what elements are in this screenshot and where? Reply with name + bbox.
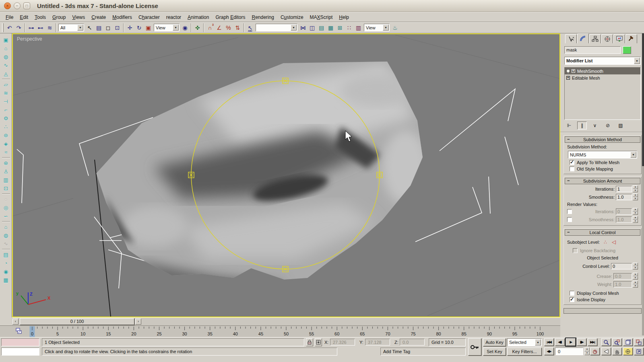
analyze-world-icon[interactable]: ◔ <box>2 259 10 267</box>
tab-hierarchy[interactable] <box>589 34 601 43</box>
modifier-enable-bulb-icon[interactable] <box>566 69 570 73</box>
previous-frame-button[interactable]: ◀▮ <box>555 338 565 346</box>
keyboard-shortcut-override-toggle[interactable]: ↖ABC <box>246 23 255 32</box>
apply-softbody-modifier-icon[interactable]: ◍ <box>2 231 10 240</box>
curve-editor-button[interactable]: ▦ <box>326 23 335 32</box>
select-object-button[interactable]: ↖ <box>85 23 94 32</box>
unlink-selection-button[interactable]: ⊷ <box>36 23 45 32</box>
menu-reactor[interactable]: reactor <box>163 13 184 21</box>
menu-rendering[interactable]: Rendering <box>248 13 277 21</box>
reactor-wheel-icon[interactable]: ◎ <box>2 204 10 212</box>
reactor-hinge-icon[interactable]: ⌐ <box>2 106 10 114</box>
tab-display[interactable] <box>613 34 625 43</box>
x-coord-field[interactable]: 27.326 <box>330 339 355 346</box>
menu-group[interactable]: Group <box>49 13 69 21</box>
zoom-button[interactable] <box>601 338 611 346</box>
reactor-storage-icon[interactable]: ▥ <box>2 176 10 184</box>
soft-body-collection-icon[interactable]: ◍ <box>2 53 10 61</box>
maximize-button[interactable]: □ <box>23 2 30 9</box>
reference-coordinate-dropdown[interactable]: View▼ <box>154 24 180 31</box>
iterations-spinner[interactable]: ▲▼ <box>633 185 638 192</box>
play-button[interactable]: ▶ <box>566 338 576 346</box>
go-to-start-button[interactable]: |◀◀ <box>544 338 554 346</box>
subobject-edge-icon[interactable]: ◁ <box>612 239 616 245</box>
arc-rotate-button[interactable] <box>623 348 633 355</box>
add-time-tag-field[interactable]: Add Time Tag <box>380 348 466 356</box>
crease-field[interactable]: 0.0 <box>613 273 632 280</box>
render-smoothness-spinner[interactable]: ▲▼ <box>633 216 638 223</box>
z-coord-field[interactable]: 0.0 <box>400 339 425 346</box>
percent-snap-toggle[interactable]: % <box>224 23 233 32</box>
reactor-rope-tool-icon[interactable]: ∽ <box>2 212 10 220</box>
reactor-fracture-icon[interactable]: ◈ <box>2 140 10 148</box>
time-configuration-button[interactable]: ◷ <box>590 348 600 355</box>
menu-file[interactable]: File <box>2 13 17 21</box>
min-max-toggle-button[interactable] <box>634 348 644 355</box>
key-filters-button[interactable]: Key Filters... <box>507 348 542 356</box>
menu-maxscript[interactable]: MAXScript <box>307 13 336 21</box>
redo-button[interactable]: ↷ <box>14 23 23 32</box>
material-editor-button[interactable]: ∷ <box>345 23 354 32</box>
command-panel-scrollbar[interactable] <box>642 33 644 335</box>
schematic-view-button[interactable]: ⊞ <box>335 23 345 32</box>
y-coord-field[interactable]: 37.128 <box>365 339 390 346</box>
tab-motion[interactable] <box>601 34 613 43</box>
object-name-field[interactable]: mask <box>564 46 621 54</box>
time-slider-prev-arrow[interactable]: ‹ <box>12 319 19 325</box>
tab-create[interactable] <box>565 34 577 43</box>
mirror-button[interactable]: ⋈ <box>298 23 308 32</box>
set-key-button[interactable]: Set Key <box>483 348 506 356</box>
object-color-swatch[interactable] <box>623 46 631 54</box>
reactor-constraint-solver-icon[interactable]: ⊛ <box>2 159 10 167</box>
time-slider-next-arrow[interactable]: › <box>135 319 141 325</box>
control-level-spinner[interactable]: ▲▼ <box>633 263 638 269</box>
select-and-rotate-button[interactable]: ↻ <box>134 23 144 32</box>
spinner-snap-toggle[interactable]: ⇅ <box>233 23 242 32</box>
cloth-collection-icon[interactable]: ⌂ <box>2 44 10 53</box>
current-frame-field[interactable]: 0 <box>555 348 583 355</box>
modifier-list-dropdown-arrow[interactable]: ▼ <box>634 58 640 64</box>
menu-tools[interactable]: Tools <box>31 13 49 21</box>
toolbar-grip[interactable] <box>2 23 4 32</box>
old-style-mapping-checkbox[interactable] <box>570 167 574 171</box>
field-of-view-button[interactable] <box>601 348 611 355</box>
ignore-backfacing-checkbox[interactable] <box>573 248 578 253</box>
reactor-motor-icon[interactable]: ⚙ <box>2 114 10 123</box>
menu-character[interactable]: Character <box>135 13 163 21</box>
close-button[interactable]: × <box>4 2 11 9</box>
frame-spinner[interactable]: ▲▼ <box>584 348 590 355</box>
tab-utilities[interactable] <box>625 34 637 43</box>
key-selection-dropdown-arrow[interactable]: ▼ <box>535 339 541 346</box>
smoothness-field[interactable]: 1.0 <box>616 194 632 200</box>
zoom-all-button[interactable] <box>612 338 622 346</box>
menu-animation[interactable]: Animation <box>184 13 212 21</box>
set-keys-button[interactable] <box>468 338 481 356</box>
subdivision-method-dropdown-arrow[interactable]: ▼ <box>630 152 636 158</box>
snap-toggle-button[interactable]: ∩3 <box>205 23 215 32</box>
zoom-extents-button[interactable] <box>623 338 633 346</box>
reactor-ragdoll-icon[interactable]: ♙ <box>2 167 10 176</box>
reactor-plane-icon[interactable]: ▱ <box>2 80 10 89</box>
reference-coordinate-dropdown-arrow[interactable]: ▼ <box>173 25 179 31</box>
named-selection-sets-dropdown-arrow[interactable]: ▼ <box>291 25 297 31</box>
render-iterations-checkbox[interactable] <box>567 209 572 214</box>
menu-help[interactable]: Help <box>336 13 352 21</box>
named-selection-sets-dropdown[interactable]: ▼ <box>256 24 297 31</box>
rectangular-selection-region-button[interactable]: ◻ <box>103 23 113 32</box>
tab-modify[interactable] <box>577 33 589 43</box>
rollout-header-subdivision-amount[interactable]: − Subdivision Amount <box>565 178 640 184</box>
reactor-damper-icon[interactable]: ⊣ <box>2 97 10 106</box>
minimize-button[interactable]: − <box>14 2 21 9</box>
select-by-name-button[interactable]: ▤ <box>94 23 103 32</box>
angle-snap-toggle[interactable]: ∠ <box>215 23 224 32</box>
layer-manager-button[interactable]: ▤ <box>317 23 326 32</box>
rollout-header-local-control[interactable]: − Local Control <box>565 229 640 236</box>
crease-spinner[interactable]: ▲▼ <box>633 273 638 280</box>
render-iterations-field[interactable]: 0 <box>616 208 632 215</box>
time-slider-button[interactable]: 0 / 100 <box>20 318 134 325</box>
select-and-link-button[interactable]: ⊶ <box>27 23 36 32</box>
smoothness-spinner[interactable]: ▲▼ <box>633 193 638 200</box>
pin-stack-button[interactable]: ⊩ <box>564 121 574 130</box>
expand-icon[interactable]: + <box>572 69 575 73</box>
reactor-toy-car-icon[interactable]: ⊚ <box>2 131 10 140</box>
